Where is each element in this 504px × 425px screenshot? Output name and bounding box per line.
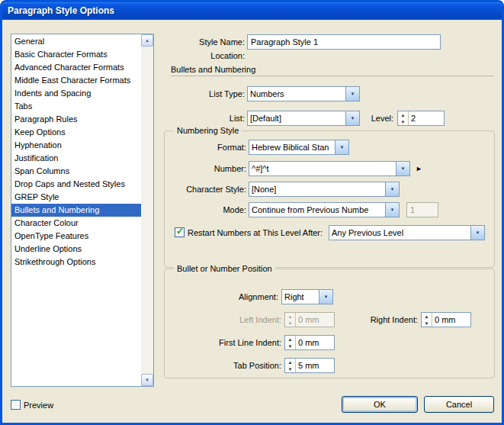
chevron-down-icon[interactable]: ▼ — [385, 203, 399, 217]
format-label: Format: — [172, 140, 246, 155]
chevron-down-icon[interactable]: ▼ — [335, 140, 348, 154]
sidebar-item-tabs[interactable]: Tabs — [11, 100, 141, 113]
panel-title: Bullets and Numbering — [171, 62, 255, 77]
level-stepper[interactable]: ▲ ▼ 2 — [397, 111, 445, 126]
chevron-down-icon[interactable]: ▼ — [345, 111, 359, 125]
chevron-down-icon[interactable]: ▼ — [396, 162, 409, 175]
scroll-up-icon[interactable]: ▲ — [141, 34, 153, 47]
sidebar-item-opentype-features[interactable]: OpenType Features — [11, 230, 141, 243]
list-value: [Default] — [248, 111, 345, 125]
chevron-down-icon[interactable]: ▼ — [345, 87, 359, 101]
spinner-up-icon[interactable]: ▲ — [422, 313, 432, 320]
left-indent-value: 0 mm — [296, 313, 334, 327]
spinner-down-icon[interactable]: ▼ — [398, 118, 408, 125]
mode-select[interactable]: Continue from Previous Numbe ▼ — [249, 202, 400, 217]
sidebar-item-keep-options[interactable]: Keep Options — [11, 126, 141, 139]
character-style-value: [None] — [249, 182, 385, 196]
sidebar-item-underline-options[interactable]: Underline Options — [11, 243, 141, 256]
tab-position-stepper[interactable]: ▲ ▼ 5 mm — [284, 358, 335, 373]
spinner-down-icon[interactable]: ▼ — [422, 320, 432, 327]
left-indent-label: Left Indent: — [205, 312, 281, 327]
sidebar-item-basic-character-formats[interactable]: Basic Character Formats — [11, 48, 141, 61]
style-name-input[interactable] — [247, 34, 441, 50]
stepper-arrows: ▲ ▼ — [285, 313, 296, 327]
spinner-up-icon[interactable]: ▲ — [285, 359, 295, 365]
stepper-arrows: ▲ ▼ — [285, 359, 296, 372]
category-list-scrollbar[interactable]: ▲ ▼ — [141, 34, 153, 386]
list-type-select[interactable]: Numbers ▼ — [247, 86, 360, 101]
spinner-down-icon[interactable]: ▼ — [285, 343, 295, 349]
header-divider — [171, 76, 494, 76]
check-icon: ✓ — [176, 226, 184, 237]
first-line-indent-stepper[interactable]: ▲ ▼ 0 mm — [284, 335, 335, 350]
first-line-indent-label: First Line Indent: — [190, 335, 281, 350]
spinner-up-icon[interactable]: ▲ — [398, 111, 408, 118]
sidebar-item-justification[interactable]: Justification — [11, 152, 141, 165]
character-style-label: Character Style: — [141, 182, 246, 197]
sidebar-item-drop-caps-and-nested-styles[interactable]: Drop Caps and Nested Styles — [11, 178, 141, 191]
window-title: Paragraph Style Options — [8, 5, 114, 16]
style-name-label: Style Name: — [161, 34, 245, 50]
chevron-down-icon[interactable]: ▼ — [470, 226, 484, 240]
sidebar-item-strikethrough-options[interactable]: Strikethrough Options — [11, 256, 141, 269]
list-select[interactable]: [Default] ▼ — [247, 111, 360, 126]
sidebar-item-grep-style[interactable]: GREP Style — [11, 191, 141, 204]
preview-checkbox[interactable] — [11, 400, 21, 410]
stepper-arrows: ▲ ▼ — [398, 111, 409, 125]
restart-after-select[interactable]: Any Previous Level ▼ — [329, 225, 485, 240]
spinner-up-icon[interactable]: ▲ — [285, 336, 295, 343]
format-select[interactable]: Hebrew Biblical Stan ▼ — [249, 140, 349, 155]
scroll-down-icon[interactable]: ▼ — [141, 374, 153, 386]
sidebar-item-paragraph-rules[interactable]: Paragraph Rules — [11, 113, 141, 126]
alignment-value: Right — [282, 290, 319, 304]
restart-checkbox[interactable]: ✓ — [175, 227, 185, 237]
preview-label: Preview — [24, 398, 53, 413]
right-indent-stepper[interactable]: ▲ ▼ 0 mm — [421, 312, 471, 327]
list-label: List: — [169, 111, 245, 126]
stepper-arrows: ▲ ▼ — [422, 313, 432, 327]
right-indent-value[interactable]: 0 mm — [432, 313, 470, 327]
list-type-value: Numbers — [248, 87, 345, 101]
tab-position-label: Tab Position: — [205, 358, 281, 373]
cancel-button[interactable]: Cancel — [424, 396, 494, 413]
sidebar-item-indents-and-spacing[interactable]: Indents and Spacing — [11, 87, 141, 100]
sidebar-item-general[interactable]: General — [11, 35, 141, 48]
spinner-up-icon: ▲ — [285, 313, 295, 320]
mode-value: Continue from Previous Numbe — [249, 203, 385, 217]
category-list: General Basic Character Formats Advanced… — [11, 34, 154, 387]
right-indent-label: Right Indent: — [340, 312, 418, 327]
titlebar[interactable]: Paragraph Style Options — [2, 2, 502, 20]
first-line-indent-value[interactable]: 0 mm — [296, 336, 334, 349]
sidebar-item-bullets-and-numbering[interactable]: Bullets and Numbering — [11, 204, 141, 217]
character-style-select[interactable]: [None] ▼ — [249, 182, 400, 197]
sidebar-item-middle-east-character-formats[interactable]: Middle East Character Formats — [11, 74, 141, 87]
sidebar-item-hyphenation[interactable]: Hyphenation — [11, 139, 141, 152]
sidebar-item-span-columns[interactable]: Span Columns — [11, 165, 141, 178]
scrollbar-track[interactable] — [141, 47, 153, 374]
tab-position-value[interactable]: 5 mm — [296, 359, 334, 372]
location-label: Location: — [169, 50, 245, 61]
numbering-style-group-title: Numbering Style — [174, 125, 242, 137]
chevron-down-icon[interactable]: ▼ — [319, 290, 332, 304]
number-select[interactable]: ^#]^t ▼ — [249, 161, 410, 176]
left-indent-stepper: ▲ ▼ 0 mm — [284, 312, 335, 327]
spinner-down-icon[interactable]: ▼ — [285, 365, 295, 372]
bullet-position-group-title: Bullet or Number Position — [174, 263, 275, 275]
chevron-down-icon[interactable]: ▼ — [385, 182, 399, 196]
restart-label: Restart Numbers at This Level After: — [188, 225, 323, 240]
stepper-arrows: ▲ ▼ — [285, 336, 296, 349]
alignment-select[interactable]: Right ▼ — [281, 289, 333, 304]
mode-extra-input — [406, 202, 438, 217]
level-value[interactable]: 2 — [409, 111, 444, 125]
sidebar-item-advanced-character-formats[interactable]: Advanced Character Formats — [11, 61, 141, 74]
sidebar-item-character-colour[interactable]: Character Colour — [11, 217, 141, 230]
mode-label: Mode: — [172, 202, 246, 217]
ok-button[interactable]: OK — [342, 396, 418, 413]
paragraph-style-options-dialog: Paragraph Style Options General Basic Ch… — [0, 0, 504, 425]
category-list-items: General Basic Character Formats Advanced… — [11, 34, 141, 386]
list-type-label: List Type: — [169, 86, 245, 101]
level-label: Level: — [359, 111, 393, 126]
number-menu-icon[interactable]: ► — [416, 164, 422, 173]
format-value: Hebrew Biblical Stan — [249, 140, 335, 154]
number-value: ^#]^t — [249, 162, 396, 175]
